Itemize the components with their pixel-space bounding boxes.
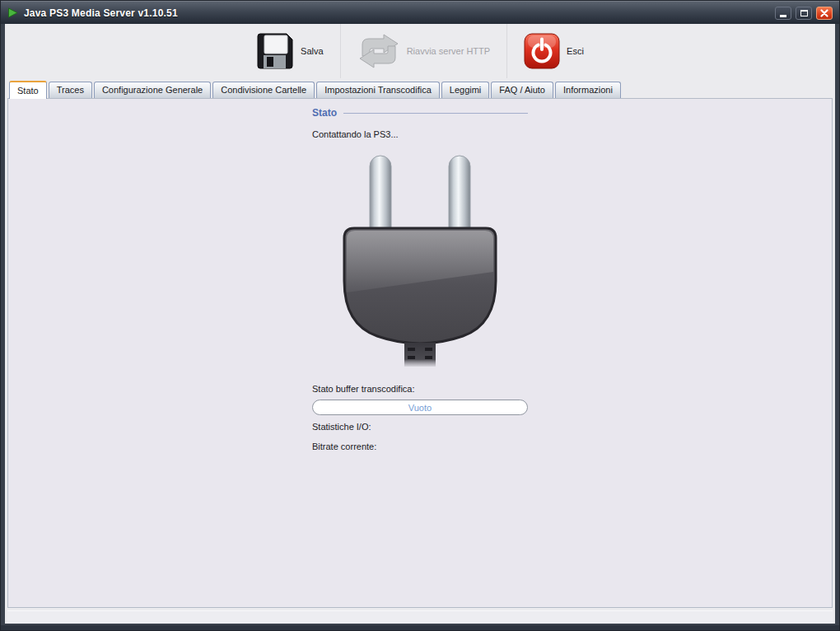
section-title: Stato (312, 107, 337, 119)
status-tab-panel: Stato Contattando la PS3... (7, 98, 833, 608)
status-content-column: Stato Contattando la PS3... (312, 107, 528, 451)
restart-http-server-label: Riavvia server HTTP (407, 46, 490, 56)
minimize-button[interactable] (775, 7, 791, 20)
floppy-disk-icon (256, 32, 294, 70)
tab-impostazioni-transcodifica[interactable]: Impostazioni Transcodifica (316, 82, 440, 98)
toolbar: Salva Riavvia server HTTP (5, 24, 835, 78)
close-button[interactable] (816, 7, 833, 20)
window-frame-bottom (1, 625, 839, 630)
tab-leggimi[interactable]: Leggimi (441, 82, 490, 98)
restart-http-server-button[interactable]: Riavvia server HTTP (341, 24, 506, 78)
section-rule (343, 113, 528, 114)
power-icon (524, 33, 560, 69)
save-button-label: Salva (301, 46, 324, 56)
transcode-buffer-value: Vuoto (408, 403, 432, 413)
current-bitrate-label: Bitrate corrente: (312, 442, 528, 451)
statusbar (7, 610, 833, 624)
tab-stato[interactable]: Stato (9, 81, 47, 99)
tab-condivisione-cartelle[interactable]: Condivisione Cartelle (212, 82, 315, 98)
transcode-buffer-label: Stato buffer transcodifica: (312, 384, 528, 394)
close-icon (820, 9, 828, 17)
tab-configurazione-generale[interactable]: Configurazione Generale (94, 82, 211, 98)
minimize-icon (780, 15, 786, 17)
save-button[interactable]: Salva (240, 24, 340, 78)
maximize-button[interactable] (796, 7, 812, 20)
app-window: Java PS3 Media Server v1.10.51 Salva (0, 0, 840, 631)
titlebar[interactable]: Java PS3 Media Server v1.10.51 (1, 1, 839, 24)
tab-faq-aiuto[interactable]: FAQ / Aiuto (491, 82, 553, 98)
tab-informazioni[interactable]: Informazioni (555, 82, 621, 98)
maximize-icon (800, 10, 808, 16)
tab-traces[interactable]: Traces (49, 82, 92, 98)
window-controls (775, 7, 833, 20)
exit-button-label: Esci (567, 46, 584, 56)
refresh-arrows-icon (357, 33, 400, 69)
window-body: Salva Riavvia server HTTP (5, 24, 835, 624)
play-icon (7, 7, 18, 18)
connecting-status-text: Contattando la PS3... (312, 129, 528, 139)
window-title: Java PS3 Media Server v1.10.51 (24, 7, 178, 19)
power-plug-image (312, 149, 528, 370)
exit-button[interactable]: Esci (507, 24, 600, 78)
transcode-buffer-progressbar: Vuoto (312, 400, 528, 415)
section-header: Stato (312, 107, 528, 119)
io-statistics-label: Statistiche I/O: (312, 422, 528, 432)
tab-strip: Stato Traces Configurazione Generale Con… (5, 78, 835, 98)
